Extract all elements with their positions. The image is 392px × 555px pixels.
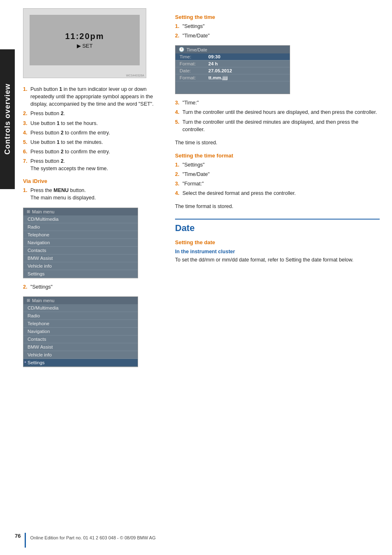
main-menu-screenshot-2: ⊞ Main menu CD/Multimedia Radio Telephon… xyxy=(23,296,138,367)
sidebar-label: Controls overview xyxy=(0,49,15,189)
list-item: 1. Push button 1 in the turn indicator l… xyxy=(23,86,163,108)
setting-time-format-steps: 1. "Settings" 2. "Time/Date" 3. "Format:… xyxy=(175,161,380,197)
menu-item-2-bmwassist: BMW Assist xyxy=(23,343,138,351)
menu-item-1-bmwassist: BMW Assist xyxy=(23,254,138,262)
list-item: 3. Use button 1 to set the hours. xyxy=(23,120,163,127)
device-time: 11:20pm xyxy=(65,32,104,41)
timedate-screenshot: 🕐 Time/Date Time: 09:30 Format: 24 h Dat… xyxy=(175,45,290,94)
timedate-row-date: Date: 27.05.2012 xyxy=(175,67,290,74)
setting-time-steps-1: 1. "Settings" 2. "Time/Date" xyxy=(175,23,380,39)
list-item: 6. Press button 2 to confirm the entry. xyxy=(23,148,163,155)
timedate-icon: 🕐 xyxy=(179,47,184,52)
menu-item-1-radio: Radio xyxy=(23,223,138,231)
list-item: 5. Use button 1 to set the minutes. xyxy=(23,139,163,146)
list-item: 4. Select the desired format and press t… xyxy=(175,190,380,197)
timedate-title-bar: 🕐 Time/Date xyxy=(175,46,290,53)
footer: 76 Online Edition for Part no. 01 41 2 6… xyxy=(15,533,392,548)
date-big-heading: Date xyxy=(175,219,380,234)
main-menu-screenshot-1: ⊞ Main menu CD/Multimedia Radio Telephon… xyxy=(23,208,138,278)
via-idrive-steps: 1. Press the MENU button.The main menu i… xyxy=(23,187,163,201)
time-stored-text: The time is stored. xyxy=(175,139,380,147)
list-item: 3. "Time:" xyxy=(175,99,380,106)
menu-item-2-contacts: Contacts xyxy=(23,335,138,343)
via-idrive-heading: Via iDrive xyxy=(23,178,163,184)
menu-item-1-cdmultimedia: CD/Multimedia xyxy=(23,215,138,223)
menu-item-2-radio: Radio xyxy=(23,312,138,320)
in-instrument-cluster-heading: In the instrument cluster xyxy=(175,249,380,254)
main-content: ↑ ↓ 11:20pm ▶ SET WCS440326A 1. Push xyxy=(15,0,392,380)
in-instrument-cluster-text: To set the dd/mm or mm/dd date format, r… xyxy=(175,256,380,264)
right-column: Setting the time 1. "Settings" 2. "Time/… xyxy=(175,8,380,372)
menu-item-1-telephone: Telephone xyxy=(23,231,138,239)
menu-item-2-navigation: Navigation xyxy=(23,328,138,335)
menu-item-2-vehicleinfo: Vehicle info xyxy=(23,351,138,359)
timedate-row-time: Time: 09:30 xyxy=(175,53,290,60)
menu-title-bar-2: ⊞ Main menu xyxy=(23,297,138,304)
menu-title-bar-1: ⊞ Main menu xyxy=(23,208,138,215)
via-idrive-step2-list: 2. "Settings" xyxy=(23,283,163,291)
menu-item-1-settings: Settings xyxy=(23,270,138,278)
footer-bar xyxy=(25,533,26,548)
device-image: ↑ ↓ 11:20pm ▶ SET WCS440326A xyxy=(23,8,146,78)
list-item: 1. "Settings" xyxy=(175,23,380,30)
list-item: 7. Press button 2.The system accepts the… xyxy=(23,157,163,172)
menu-item-1-navigation: Navigation xyxy=(23,239,138,247)
device-set: ▶ SET xyxy=(77,43,93,49)
menu-item-2-settings: Settings xyxy=(23,359,138,367)
list-item: 2. "Time/Date" xyxy=(175,171,380,178)
setting-time-heading: Setting the time xyxy=(175,14,380,20)
menu-icon-2: ⊞ xyxy=(27,298,30,303)
left-column: ↑ ↓ 11:20pm ▶ SET WCS440326A 1. Push xyxy=(23,8,163,372)
page-number: 76 xyxy=(15,533,21,539)
list-item: 4. Turn the controller until the desired… xyxy=(175,109,380,116)
menu-item-2-cdmultimedia: CD/Multimedia xyxy=(23,304,138,312)
setting-date-heading: Setting the date xyxy=(175,239,380,245)
list-item: 2. "Settings" xyxy=(23,283,163,291)
setting-time-steps-2: 3. "Time:" 4. Turn the controller until … xyxy=(175,99,380,133)
menu-item-1-contacts: Contacts xyxy=(23,247,138,254)
list-item: 2. Press button 2. xyxy=(23,110,163,117)
timedate-row-format2: Format: tt.mm.jjjj xyxy=(175,74,290,81)
list-item: 1. Press the MENU button.The main menu i… xyxy=(23,187,163,201)
setting-time-format-heading: Setting the time format xyxy=(175,153,380,159)
list-item: 5. Turn the controller until the desired… xyxy=(175,118,380,133)
device-watermark: WCS440326A xyxy=(126,74,144,77)
menu-item-2-telephone: Telephone xyxy=(23,320,138,328)
instrument-cluster-steps: 1. Push button 1 in the turn indicator l… xyxy=(23,86,163,172)
timedate-row-format1: Format: 24 h xyxy=(175,60,290,67)
device-screen: 11:20pm ▶ SET xyxy=(30,15,140,65)
list-item: 1. "Settings" xyxy=(175,161,380,169)
list-item: 3. "Format:" xyxy=(175,180,380,187)
menu-item-1-vehicleinfo: Vehicle info xyxy=(23,262,138,270)
menu-icon-1: ⊞ xyxy=(27,209,30,214)
time-format-stored-text: The time format is stored. xyxy=(175,203,380,210)
footer-text: Online Edition for Part no. 01 41 2 603 … xyxy=(30,533,155,540)
list-item: 4. Press button 2 to confirm the entry. xyxy=(23,129,163,136)
list-item: 2. "Time/Date" xyxy=(175,32,380,39)
